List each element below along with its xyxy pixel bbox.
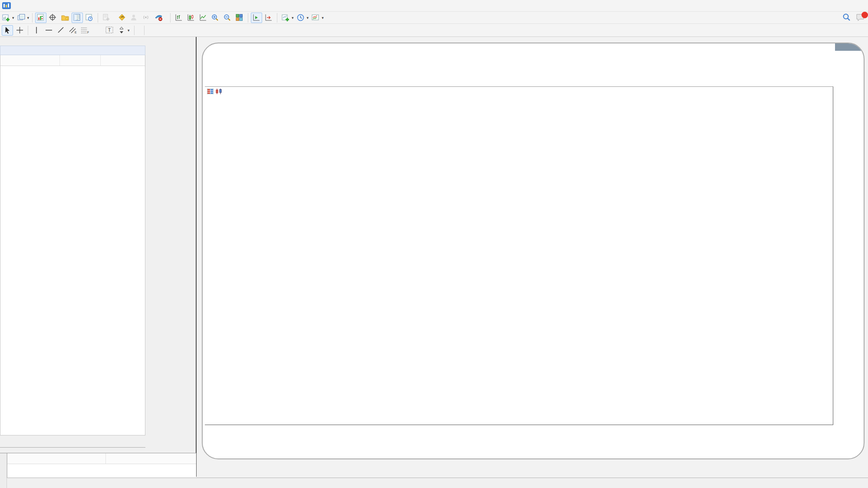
news-broadcast-button[interactable] [141,13,152,23]
drawing-toolbar: E F T ▾ [0,24,868,37]
current-price-tag [835,43,863,51]
zoom-in-button[interactable] [210,13,221,23]
horizontal-line-tool-button[interactable] [43,25,54,36]
line-chart-mode-button[interactable] [197,13,209,23]
terminal-content [7,453,196,478]
svg-text:F: F [87,31,89,34]
market-watch-panel [0,46,145,435]
column-bid[interactable] [60,55,101,66]
profiles-button[interactable] [16,13,27,23]
terminal-side-strip [0,453,7,488]
app-icon [2,1,11,10]
terminal-toggle-button[interactable] [72,13,83,23]
chat-badge [861,12,868,18]
crosshair-tool-button[interactable] [14,25,25,36]
market-watch-tabs [0,436,145,448]
chart-title-row [207,89,225,94]
indicators-button[interactable] [280,13,291,23]
navigator-button[interactable] [59,13,71,23]
vertical-line-tool-button[interactable] [31,25,42,36]
candlestick-chart [205,87,833,425]
terminal-header [7,453,196,464]
trendline-tool-button[interactable] [55,25,66,36]
new-order-button[interactable] [101,13,112,23]
column-symbol[interactable] [0,55,60,66]
column-ask[interactable] [101,55,143,66]
search-icon[interactable] [842,13,851,23]
chart-shift-button[interactable] [263,13,274,23]
autotrading-button[interactable] [153,13,164,23]
cursor-tool-button[interactable] [2,25,13,36]
chart-workspace [197,37,868,478]
column-time[interactable] [7,453,106,464]
data-window-button[interactable] [47,13,59,23]
chart-candles-icon [216,89,223,94]
svg-text:E: E [75,31,77,34]
bar-chart-mode-button[interactable] [173,13,184,23]
column-message[interactable] [106,453,113,464]
chart-window[interactable] [202,43,865,459]
market-watch-header [0,55,145,66]
market-watch-titlebar [0,46,145,55]
templates-button[interactable] [310,13,321,23]
new-chart-caret[interactable]: ▾ [12,16,14,20]
svg-text:T: T [108,28,111,33]
fibonacci-tool-button[interactable]: F [79,25,91,36]
arrows-tool-button[interactable] [116,25,127,36]
new-chart-button[interactable] [0,13,12,23]
tile-windows-button[interactable] [234,13,245,23]
main-area [0,37,868,488]
strategy-tester-button[interactable] [84,13,95,23]
zoom-out-button[interactable] [222,13,233,23]
terminal-tab-bar [7,478,868,488]
standard-toolbar: ▾ ▾ [0,12,868,24]
templates-caret[interactable]: ▾ [322,16,324,20]
candlestick-mode-button[interactable] [185,13,197,23]
indicators-caret[interactable]: ▾ [292,16,294,20]
chart-grid-icon [207,89,214,94]
periods-caret[interactable]: ▾ [307,16,309,20]
arrows-tool-caret[interactable]: ▾ [128,28,130,33]
menu-bar [0,0,868,12]
request-quotes-button[interactable] [128,13,140,23]
equidistant-channel-tool-button[interactable]: E [67,25,79,36]
profiles-caret[interactable]: ▾ [27,16,30,20]
chart-plot-area[interactable] [205,86,833,425]
chat-icon[interactable] [856,13,865,23]
metaeditor-button[interactable] [116,13,128,23]
auto-scroll-button[interactable] [251,13,262,23]
text-label-tool-button[interactable]: T [104,25,115,36]
periods-button[interactable] [295,13,306,23]
market-watch-toggle-button[interactable] [35,13,46,23]
market-watch-table [0,55,145,435]
text-tool-button[interactable] [92,25,103,36]
